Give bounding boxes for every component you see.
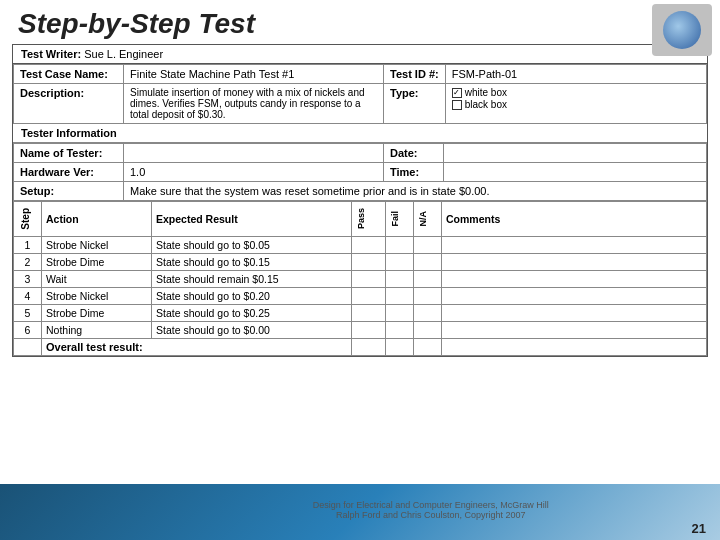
action-cell: Wait bbox=[42, 270, 152, 287]
action-cell: Strobe Nickel bbox=[42, 236, 152, 253]
tester-info-header: Tester Information bbox=[13, 124, 707, 143]
tester-name-label: Name of Tester: bbox=[14, 144, 124, 163]
test-id-value: FSM-Path-01 bbox=[445, 65, 706, 84]
type-label: Type: bbox=[384, 84, 446, 124]
blackbox-row: black box bbox=[452, 99, 700, 110]
na-cell bbox=[414, 270, 442, 287]
step-num: 3 bbox=[14, 270, 42, 287]
logo bbox=[652, 4, 712, 56]
hardware-row: Hardware Ver: 1.0 Time: bbox=[14, 163, 707, 182]
result-header: Expected Result bbox=[152, 202, 352, 237]
step-table: Step Action Expected Result Pass Fail N/… bbox=[13, 201, 707, 356]
time-value bbox=[444, 163, 707, 182]
page: Step-by-Step Test Test Writer: Sue L. En… bbox=[0, 0, 720, 540]
main-content-area: Test Writer: Sue L. Engineer Test Case N… bbox=[12, 44, 708, 357]
action-cell: Strobe Dime bbox=[42, 253, 152, 270]
description-row: Description: Simulate insertion of money… bbox=[14, 84, 707, 124]
na-header-label: N/A bbox=[418, 211, 428, 227]
comments-cell bbox=[442, 304, 707, 321]
description-label: Description: bbox=[14, 84, 124, 124]
tester-name-value bbox=[124, 144, 384, 163]
tester-table: Name of Tester: Date: Hardware Ver: 1.0 … bbox=[13, 143, 707, 201]
pass-cell bbox=[352, 321, 386, 338]
table-row: 6 Nothing State should go to $0.00 bbox=[14, 321, 707, 338]
case-name-label: Test Case Name: bbox=[14, 65, 124, 84]
na-cell bbox=[414, 253, 442, 270]
blackbox-label: black box bbox=[465, 99, 507, 110]
test-case-row: Test Case Name: Finite State Machine Pat… bbox=[14, 65, 707, 84]
blackbox-checkbox[interactable] bbox=[452, 100, 462, 110]
setup-row: Setup: Make sure that the system was res… bbox=[14, 182, 707, 201]
type-checkboxes: white box black box bbox=[452, 87, 700, 110]
footer-line1: Design for Electrical and Computer Engin… bbox=[313, 500, 549, 510]
page-title: Step-by-Step Test bbox=[0, 0, 720, 44]
whitebox-checkbox[interactable] bbox=[452, 88, 462, 98]
step-num: 4 bbox=[14, 287, 42, 304]
date-value bbox=[444, 144, 707, 163]
step-header: Step bbox=[14, 202, 42, 237]
comments-cell bbox=[442, 321, 707, 338]
table-row: 1 Strobe Nickel State should go to $0.05 bbox=[14, 236, 707, 253]
na-cell bbox=[414, 236, 442, 253]
writer-row: Test Writer: Sue L. Engineer bbox=[13, 45, 707, 64]
hardware-label: Hardware Ver: bbox=[14, 163, 124, 182]
comments-cell bbox=[442, 236, 707, 253]
action-header: Action bbox=[42, 202, 152, 237]
setup-value: Make sure that the system was reset some… bbox=[124, 182, 707, 201]
page-number: 21 bbox=[692, 521, 706, 536]
overall-row: Overall test result: bbox=[14, 338, 707, 355]
na-cell bbox=[414, 304, 442, 321]
result-cell: State should go to $0.00 bbox=[152, 321, 352, 338]
step-num: 1 bbox=[14, 236, 42, 253]
comments-cell bbox=[442, 287, 707, 304]
pass-header: Pass bbox=[352, 202, 386, 237]
test-id-label: Test ID #: bbox=[384, 65, 446, 84]
step-num: 5 bbox=[14, 304, 42, 321]
result-cell: State should go to $0.15 bbox=[152, 253, 352, 270]
pass-header-label: Pass bbox=[356, 208, 366, 229]
na-header: N/A bbox=[414, 202, 442, 237]
overall-step bbox=[14, 338, 42, 355]
step-header-label: Step bbox=[18, 204, 33, 234]
result-cell: State should go to $0.05 bbox=[152, 236, 352, 253]
pass-cell bbox=[352, 253, 386, 270]
hardware-value: 1.0 bbox=[124, 163, 384, 182]
na-cell bbox=[414, 321, 442, 338]
table-row: 2 Strobe Dime State should go to $0.15 bbox=[14, 253, 707, 270]
result-cell: State should remain $0.15 bbox=[152, 270, 352, 287]
table-row: 3 Wait State should remain $0.15 bbox=[14, 270, 707, 287]
fail-cell bbox=[386, 304, 414, 321]
whitebox-label: white box bbox=[465, 87, 507, 98]
date-label: Date: bbox=[384, 144, 444, 163]
test-case-table: Test Case Name: Finite State Machine Pat… bbox=[13, 64, 707, 124]
overall-label: Overall test result: bbox=[42, 338, 352, 355]
overall-pass bbox=[352, 338, 386, 355]
fail-cell bbox=[386, 270, 414, 287]
fail-header: Fail bbox=[386, 202, 414, 237]
step-num: 2 bbox=[14, 253, 42, 270]
comments-cell bbox=[442, 270, 707, 287]
table-row: 4 Strobe Nickel State should go to $0.20 bbox=[14, 287, 707, 304]
fail-cell bbox=[386, 321, 414, 338]
case-name-value: Finite State Machine Path Test #1 bbox=[124, 65, 384, 84]
pass-cell bbox=[352, 287, 386, 304]
comments-cell bbox=[442, 253, 707, 270]
fail-cell bbox=[386, 236, 414, 253]
whitebox-row: white box bbox=[452, 87, 700, 98]
action-cell: Strobe Dime bbox=[42, 304, 152, 321]
result-cell: State should go to $0.25 bbox=[152, 304, 352, 321]
description-value: Simulate insertion of money with a mix o… bbox=[124, 84, 384, 124]
writer-label: Test Writer: bbox=[21, 48, 81, 60]
action-cell: Strobe Nickel bbox=[42, 287, 152, 304]
setup-label: Setup: bbox=[14, 182, 124, 201]
footer-line2: Ralph Ford and Chris Coulston, Copyright… bbox=[313, 510, 549, 520]
result-cell: State should go to $0.20 bbox=[152, 287, 352, 304]
overall-comments bbox=[442, 338, 707, 355]
fail-cell bbox=[386, 287, 414, 304]
step-header-row: Step Action Expected Result Pass Fail N/… bbox=[14, 202, 707, 237]
type-value: white box black box bbox=[445, 84, 706, 124]
fail-header-label: Fail bbox=[390, 211, 400, 227]
footer-text: Design for Electrical and Computer Engin… bbox=[313, 500, 549, 520]
time-label: Time: bbox=[384, 163, 444, 182]
pass-cell bbox=[352, 304, 386, 321]
